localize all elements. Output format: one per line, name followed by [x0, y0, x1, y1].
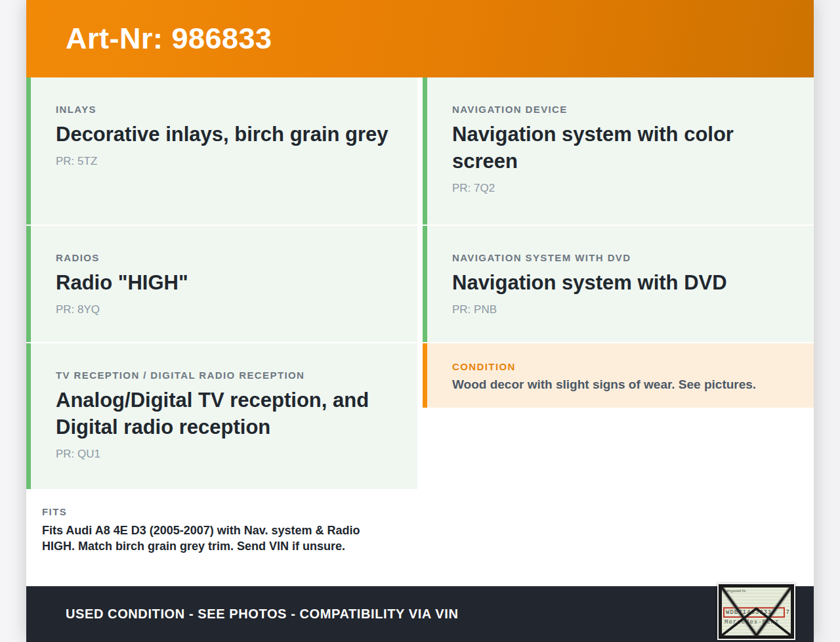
fits-text: Fits Audi A8 4E D3 (2005-2007) with Nav.…: [42, 523, 391, 554]
fits-section-label: FITS: [42, 506, 391, 517]
spec-title: Analog/Digital TV reception, and Digital…: [56, 387, 391, 440]
listing-sheet: Art-Nr: 986833 INLAYS Decorative inlays,…: [26, 0, 814, 642]
article-number-title: Art-Nr: 986833: [66, 22, 272, 56]
spec-grid: INLAYS Decorative inlays, birch grain gr…: [26, 77, 814, 586]
left-column: INLAYS Decorative inlays, birch grain gr…: [26, 77, 417, 586]
footer-notice: USED CONDITION - SEE PHOTOS - COMPATIBIL…: [66, 607, 458, 622]
pr-code: PR: PNB: [452, 303, 788, 316]
empty-area: [423, 409, 814, 586]
condition-text: Wood decor with slight signs of wear. Se…: [452, 377, 788, 392]
spec-section-label: INLAYS: [56, 104, 391, 115]
spec-section-label: RADIOS: [56, 252, 391, 263]
spec-title: Radio "HIGH": [56, 269, 391, 296]
pr-code: PR: 8YQ: [56, 303, 391, 316]
spec-card-navigation-device: NAVIGATION DEVICE Navigation system with…: [423, 77, 814, 225]
registration-document-paper: Fahrgestell-Nr. WDB71463J31 7 Mercedes-B…: [719, 584, 794, 639]
spec-card-tv-reception: TV RECEPTION / DIGITAL RADIO RECEPTION A…: [26, 343, 417, 489]
pr-code: PR: QU1: [56, 448, 391, 461]
spec-card-navigation-dvd: NAVIGATION SYSTEM WITH DVD Navigation sy…: [423, 226, 814, 342]
condition-card: CONDITION Wood decor with slight signs o…: [423, 343, 814, 408]
spec-card-inlays: INLAYS Decorative inlays, birch grain gr…: [26, 77, 417, 225]
pr-code: PR: 5TZ: [56, 155, 391, 168]
right-column: NAVIGATION DEVICE Navigation system with…: [423, 77, 814, 586]
condition-section-label: CONDITION: [452, 361, 788, 372]
footer-bar: USED CONDITION - SEE PHOTOS - COMPATIBIL…: [26, 586, 814, 642]
header-banner: Art-Nr: 986833: [26, 0, 814, 77]
spec-card-radios: RADIOS Radio "HIGH" PR: 8YQ: [26, 226, 417, 342]
registration-document-thumbnail[interactable]: Fahrgestell-Nr. WDB71463J31 7 Mercedes-B…: [717, 583, 795, 640]
pr-code: PR: 7Q2: [452, 182, 788, 195]
crossed-out-envelope-icon: [721, 586, 792, 637]
spec-section-label: NAVIGATION SYSTEM WITH DVD: [452, 252, 788, 263]
spec-title: Navigation system with color screen: [452, 121, 788, 175]
fits-card: FITS Fits Audi A8 4E D3 (2005-2007) with…: [26, 490, 417, 586]
spec-title: Decorative inlays, birch grain grey: [56, 121, 391, 148]
spec-section-label: TV RECEPTION / DIGITAL RADIO RECEPTION: [56, 370, 391, 381]
spec-section-label: NAVIGATION DEVICE: [452, 104, 788, 115]
spec-title: Navigation system with DVD: [452, 269, 788, 296]
